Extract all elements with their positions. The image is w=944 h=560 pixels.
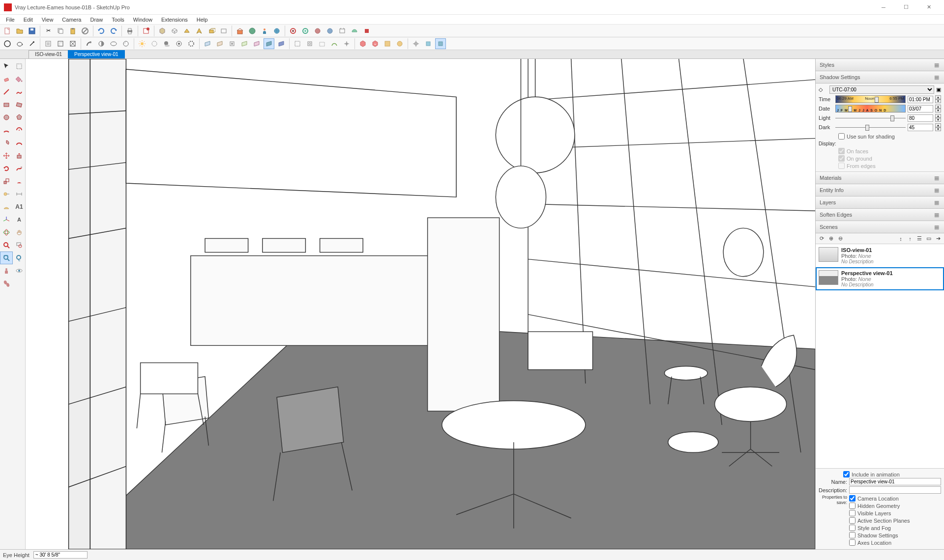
back-edges-icon[interactable] [55,38,66,49]
shadow-toggle-icon[interactable]: ◇ [819,86,827,93]
dome-light-icon[interactable] [251,38,262,49]
vray-teapot-icon[interactable] [14,38,25,49]
light-down[interactable]: ▼ [935,118,941,122]
vrmesh-export-icon[interactable] [357,38,368,49]
light-input[interactable] [908,114,933,122]
select-tool-icon[interactable] [0,60,13,73]
scene-update-icon[interactable]: ⟳ [818,235,826,243]
menu-tools[interactable]: Tools [108,16,128,24]
light-slider[interactable] [835,114,906,121]
move-icon[interactable] [0,149,13,162]
materials-panel-header[interactable]: Materials▦ [816,172,944,184]
scene-down-icon[interactable]: ↑ [906,235,914,243]
vrmesh-import-icon[interactable] [370,38,381,49]
scale-icon[interactable] [0,175,13,188]
pie-icon[interactable] [0,137,13,149]
proxy-icon[interactable] [292,38,303,49]
follow-me-icon[interactable] [13,162,26,175]
menu-view[interactable]: View [38,16,58,24]
scene-up-icon[interactable]: ↕ [897,235,905,243]
rotated-rect-icon[interactable] [13,98,26,111]
vray-options-icon[interactable] [312,26,323,36]
zoom-icon[interactable] [0,239,13,252]
ies-light-icon[interactable] [239,38,250,49]
orbit-icon[interactable] [0,226,13,239]
protractor-icon[interactable] [0,200,13,213]
time-up[interactable]: ▲ [935,95,941,99]
panel-toggle-icon[interactable]: ▦ [933,74,940,81]
copy-icon[interactable] [55,26,66,36]
axis-z-icon[interactable] [435,38,446,49]
axis-y-icon[interactable] [423,38,434,49]
vray-dome-icon[interactable] [349,26,360,36]
panel-toggle-icon[interactable]: ▦ [933,62,940,68]
offset-icon[interactable] [13,175,26,188]
right-view-icon[interactable] [206,26,217,36]
freehand-icon[interactable] [13,85,26,98]
displacement-icon[interactable] [317,38,327,49]
scene-add-icon[interactable]: ⊕ [827,235,835,243]
previous-icon[interactable] [13,252,26,264]
dark-up[interactable]: ▲ [935,123,941,127]
rectangle-icon[interactable] [0,98,13,111]
scene-tab-perspective[interactable]: Perspective view-01 [68,50,124,58]
person-icon[interactable] [259,26,270,36]
dark-down[interactable]: ▼ [935,127,941,131]
vray-render-icon[interactable] [288,26,298,36]
omni-light-icon[interactable] [214,38,225,49]
shaded-textures-icon[interactable] [108,38,119,49]
new-file-icon[interactable] [2,26,13,36]
menu-extensions[interactable]: Extensions [157,16,192,24]
tape-icon[interactable] [0,188,13,200]
pan-icon[interactable] [13,226,26,239]
viewport[interactable] [26,59,815,549]
panel-toggle-icon[interactable]: ▦ [933,175,940,181]
save-icon[interactable] [27,26,37,36]
shaded-icon[interactable] [96,38,107,49]
shadow-panel-header[interactable]: Shadow Settings▦ [816,71,944,84]
date-input[interactable] [908,105,933,112]
date-slider[interactable]: J F M A M J J A S O N D [835,105,906,112]
menu-window[interactable]: Window [129,16,156,24]
vray-material-icon[interactable] [324,26,335,36]
include-animation-checkbox[interactable] [843,471,850,477]
walk-icon[interactable] [0,277,13,290]
time-input[interactable] [908,96,933,103]
light-up[interactable]: ▲ [935,114,941,118]
scene-item[interactable]: ISO-view-01 Photo: None No Description [816,244,944,267]
panel-toggle-icon[interactable]: ▦ [933,199,940,206]
circle-icon[interactable] [0,111,13,124]
styles-panel-header[interactable]: Styles▦ [816,59,944,71]
layers-panel-header[interactable]: Layers▦ [816,196,944,209]
polygon-icon[interactable] [13,111,26,124]
arc-icon[interactable] [0,124,13,137]
shadows-icon[interactable] [161,38,172,49]
scene-remove-icon[interactable]: ⊖ [836,235,844,243]
scene-name-input[interactable] [849,478,941,485]
scene-tab-iso[interactable]: ISO-view-01 [29,50,68,58]
measurement-input[interactable] [33,551,88,559]
model-info-icon[interactable] [141,26,151,36]
dark-input[interactable] [908,124,933,131]
wireframe-icon[interactable] [67,38,78,49]
back-view-icon[interactable] [218,26,229,36]
look-around-icon[interactable] [13,264,26,277]
plane-light-icon[interactable] [202,38,213,49]
panel-toggle-icon[interactable]: ▦ [933,187,940,194]
scene-desc-input[interactable] [849,486,941,494]
profiles-icon[interactable] [186,38,197,49]
open-file-icon[interactable] [14,26,25,36]
undo-icon[interactable] [96,26,107,36]
use-sun-checkbox[interactable] [838,133,845,140]
panel-toggle-icon[interactable]: ▦ [933,224,940,230]
arc2-icon[interactable] [13,124,26,137]
component-icon[interactable] [157,26,168,36]
dimension-icon[interactable] [13,188,26,200]
redo-icon[interactable] [108,26,119,36]
eraser-icon[interactable] [0,73,13,85]
vray-tool-icon[interactable] [27,38,37,49]
pushpull-icon[interactable] [13,149,26,162]
panel-toggle-icon[interactable]: ▦ [933,212,940,218]
print-icon[interactable] [124,26,135,36]
vray-sphere-icon[interactable] [2,38,13,49]
